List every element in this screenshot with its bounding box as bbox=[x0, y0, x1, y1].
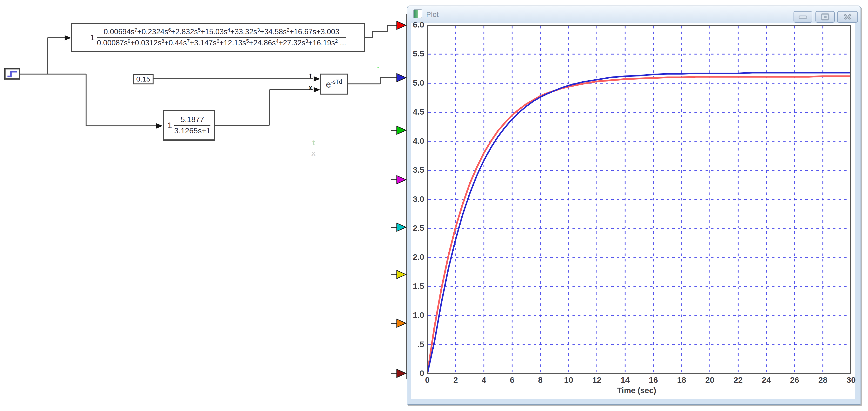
scope-input-ports bbox=[0, 0, 868, 411]
scope-port-arrow-5[interactable] bbox=[397, 223, 406, 231]
scope-port-arrow-4[interactable] bbox=[397, 176, 406, 184]
scope-port-arrow-1[interactable] bbox=[397, 21, 406, 29]
scope-port-arrow-8[interactable] bbox=[397, 369, 406, 378]
scope-port-arrow-6[interactable] bbox=[397, 270, 406, 278]
scope-port-arrow-7[interactable] bbox=[397, 319, 406, 327]
xcos-workspace: 1 0.00694s7+0.2324s6+2.832s5+15.03s4+33.… bbox=[0, 0, 868, 411]
scope-port-arrow-2[interactable] bbox=[397, 74, 406, 82]
scope-port-arrow-3[interactable] bbox=[397, 126, 406, 134]
